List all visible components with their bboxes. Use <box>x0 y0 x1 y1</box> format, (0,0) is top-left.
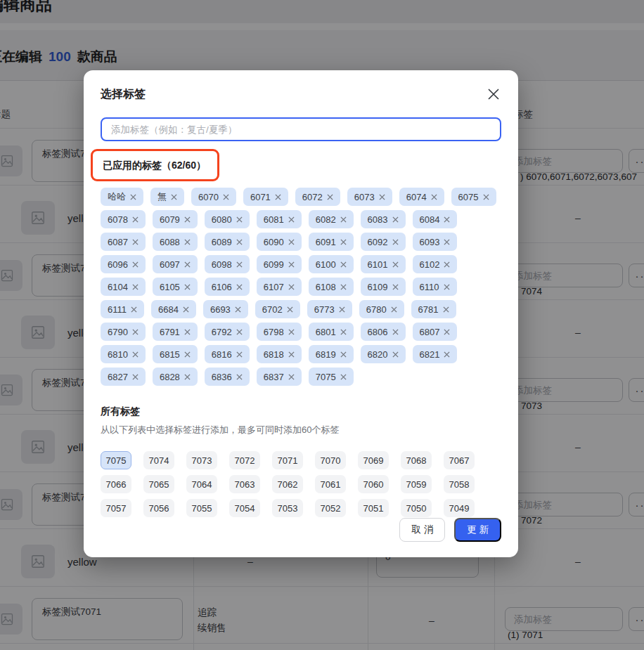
remove-tag-icon[interactable] <box>340 284 347 290</box>
all-tag-option[interactable]: 7072 <box>229 451 260 469</box>
remove-tag-icon[interactable] <box>340 216 347 223</box>
remove-tag-icon[interactable] <box>340 239 347 245</box>
applied-tag-chip[interactable]: 6828 <box>153 368 198 386</box>
applied-tag-chip[interactable]: 6099 <box>257 255 302 273</box>
remove-tag-icon[interactable] <box>184 374 191 380</box>
all-tag-option[interactable]: 7069 <box>358 451 389 469</box>
applied-tag-chip[interactable]: 6837 <box>257 368 302 386</box>
all-tag-option[interactable]: 7070 <box>315 451 346 469</box>
applied-tag-chip[interactable]: 6693 <box>203 300 248 318</box>
applied-tag-chip[interactable]: 6097 <box>153 255 198 273</box>
remove-tag-icon[interactable] <box>132 284 139 290</box>
applied-tag-chip[interactable]: 6110 <box>413 278 457 296</box>
remove-tag-icon[interactable] <box>184 284 191 290</box>
remove-tag-icon[interactable] <box>183 306 189 313</box>
applied-tag-chip[interactable]: 6791 <box>153 323 198 341</box>
applied-tag-chip[interactable]: 6070 <box>191 188 236 206</box>
remove-tag-icon[interactable] <box>444 216 450 223</box>
applied-tag-chip[interactable]: 6806 <box>361 323 406 341</box>
remove-tag-icon[interactable] <box>236 216 243 223</box>
all-tag-option[interactable]: 7068 <box>401 451 432 469</box>
remove-tag-icon[interactable] <box>288 329 295 335</box>
remove-tag-icon[interactable] <box>184 329 191 335</box>
all-tag-option[interactable]: 7064 <box>186 475 217 493</box>
applied-tag-chip[interactable]: 6074 <box>399 188 444 206</box>
applied-tag-chip[interactable]: 6780 <box>359 300 404 318</box>
applied-tag-chip[interactable]: 6792 <box>205 323 250 341</box>
remove-tag-icon[interactable] <box>444 239 450 245</box>
all-tag-option[interactable]: 7071 <box>272 451 303 469</box>
remove-tag-icon[interactable] <box>340 329 347 335</box>
remove-tag-icon[interactable] <box>339 306 345 313</box>
applied-tag-chip[interactable]: 6071 <box>243 188 288 206</box>
applied-tag-chip[interactable]: 6108 <box>309 278 354 296</box>
remove-tag-icon[interactable] <box>223 194 229 200</box>
applied-tag-chip[interactable]: 6111 <box>101 300 144 318</box>
applied-tag-chip[interactable]: 6089 <box>205 233 250 251</box>
remove-tag-icon[interactable] <box>340 261 347 268</box>
remove-tag-icon[interactable] <box>184 351 191 358</box>
applied-tag-chip[interactable]: 6816 <box>205 345 250 363</box>
all-tag-option[interactable]: 7051 <box>358 499 389 517</box>
remove-tag-icon[interactable] <box>340 351 347 358</box>
applied-tag-chip[interactable]: 6092 <box>361 233 406 251</box>
applied-tag-chip[interactable]: 6684 <box>151 300 196 318</box>
remove-tag-icon[interactable] <box>236 351 243 358</box>
remove-tag-icon[interactable] <box>327 194 333 200</box>
remove-tag-icon[interactable] <box>392 284 399 290</box>
applied-tag-chip[interactable]: 6082 <box>309 210 354 228</box>
applied-tag-chip[interactable]: 6102 <box>413 255 458 273</box>
applied-tag-chip[interactable]: 6088 <box>153 233 198 251</box>
applied-tag-chip[interactable]: 6083 <box>361 210 406 228</box>
all-tag-option[interactable]: 7056 <box>143 499 174 517</box>
applied-tag-chip[interactable]: 7075 <box>309 368 354 386</box>
remove-tag-icon[interactable] <box>392 216 399 223</box>
remove-tag-icon[interactable] <box>236 374 243 380</box>
all-tag-option[interactable]: 7049 <box>444 499 475 517</box>
applied-tag-chip[interactable]: 6807 <box>413 323 458 341</box>
applied-tag-chip[interactable]: 6105 <box>153 278 198 296</box>
applied-tag-chip[interactable]: 6072 <box>295 188 340 206</box>
remove-tag-icon[interactable] <box>132 239 139 245</box>
applied-tag-chip[interactable]: 無 <box>150 188 184 206</box>
remove-tag-icon[interactable] <box>392 239 399 245</box>
applied-tag-chip[interactable]: 6773 <box>307 300 352 318</box>
all-tag-option[interactable]: 7058 <box>444 475 475 493</box>
applied-tag-chip[interactable]: 6821 <box>413 345 458 363</box>
update-button[interactable]: 更 新 <box>454 518 501 542</box>
applied-tag-chip[interactable]: 6810 <box>101 345 146 363</box>
remove-tag-icon[interactable] <box>288 374 295 380</box>
applied-tag-chip[interactable]: 6093 <box>413 233 458 251</box>
applied-tag-chip[interactable]: 哈哈 <box>101 188 143 206</box>
remove-tag-icon[interactable] <box>288 284 295 290</box>
remove-tag-icon[interactable] <box>132 351 139 358</box>
all-tag-option[interactable]: 7057 <box>101 499 131 517</box>
applied-tag-chip[interactable]: 6078 <box>101 210 146 228</box>
applied-tag-chip[interactable]: 6801 <box>309 323 354 341</box>
all-tag-option[interactable]: 7065 <box>143 475 174 493</box>
all-tag-option[interactable]: 7061 <box>315 475 346 493</box>
all-tag-option[interactable]: 7054 <box>229 499 260 517</box>
remove-tag-icon[interactable] <box>379 194 385 200</box>
remove-tag-icon[interactable] <box>391 306 397 313</box>
applied-tag-chip[interactable]: 6798 <box>257 323 302 341</box>
remove-tag-icon[interactable] <box>184 239 191 245</box>
applied-tag-chip[interactable]: 6100 <box>309 255 354 273</box>
remove-tag-icon[interactable] <box>132 374 139 380</box>
applied-tag-chip[interactable]: 6079 <box>153 210 198 228</box>
remove-tag-icon[interactable] <box>288 216 295 223</box>
all-tag-option[interactable]: 7067 <box>444 451 475 469</box>
tag-search-input[interactable] <box>101 117 501 141</box>
applied-tag-chip[interactable]: 6075 <box>451 188 496 206</box>
all-tag-option[interactable]: 7073 <box>186 451 217 469</box>
all-tag-option[interactable]: 7066 <box>101 475 131 493</box>
remove-tag-icon[interactable] <box>288 261 295 268</box>
remove-tag-icon[interactable] <box>444 261 450 268</box>
applied-tag-chip[interactable]: 6087 <box>101 233 146 251</box>
remove-tag-icon[interactable] <box>132 329 139 335</box>
remove-tag-icon[interactable] <box>275 194 281 200</box>
remove-tag-icon[interactable] <box>132 261 139 268</box>
remove-tag-icon[interactable] <box>443 306 449 313</box>
applied-tag-chip[interactable]: 6820 <box>361 345 406 363</box>
all-tag-option[interactable]: 7075 <box>101 451 131 469</box>
